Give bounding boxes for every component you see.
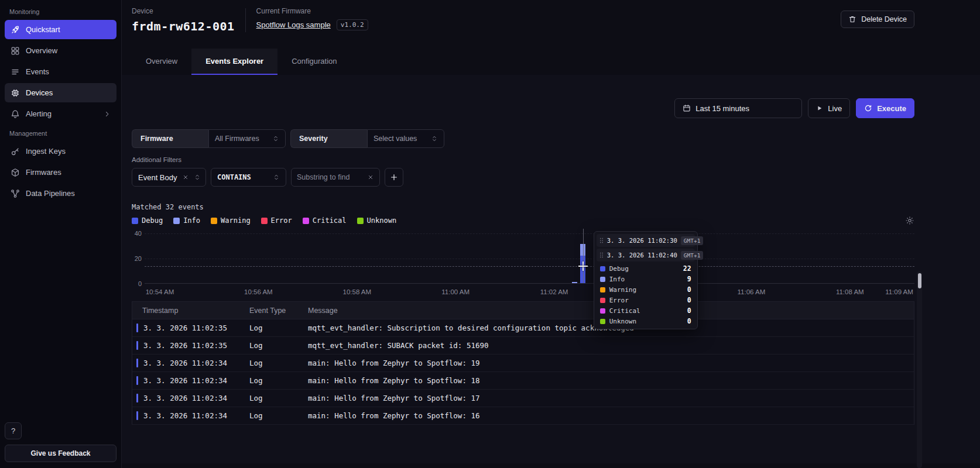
sidebar-item-label: Events <box>26 67 49 76</box>
gridline <box>145 233 914 234</box>
event-type: Log <box>249 394 308 402</box>
sidebar-item-quickstart[interactable]: Quickstart <box>5 20 116 39</box>
add-filter-button[interactable] <box>385 168 403 187</box>
help-button[interactable]: ? <box>5 422 22 439</box>
severity-count: 9 <box>687 275 691 283</box>
sidebar-item-label: Firmwares <box>26 168 61 177</box>
firmware-filter-select[interactable]: All Firmwares <box>208 129 286 148</box>
drag-dots-icon <box>599 237 604 244</box>
sidebar-item-devices[interactable]: Devices <box>5 83 116 102</box>
live-button[interactable]: Live <box>808 98 850 118</box>
sidebar-item-firmwares[interactable]: Firmwares <box>5 163 116 182</box>
matched-events-label: Matched 32 events <box>132 203 914 211</box>
tab-overview[interactable]: Overview <box>132 49 191 75</box>
chart-section: Matched 32 events DebugInfoWarningErrorC… <box>132 203 914 284</box>
time-range-button[interactable]: Last 15 minutes <box>674 98 802 118</box>
legend-item-warning[interactable]: Warning <box>211 216 251 225</box>
device-name: frdm-rw612-001 <box>132 19 235 33</box>
sidebar-item-overview[interactable]: Overview <box>5 41 116 60</box>
execute-button[interactable]: Execute <box>856 98 914 118</box>
grid-icon <box>11 46 20 56</box>
severity-filter-select[interactable]: Select values <box>367 129 444 148</box>
severity-count: 22 <box>683 264 691 273</box>
severity-name: Warning <box>609 286 636 294</box>
severity-filter-label: Severity <box>290 129 367 148</box>
event-row[interactable]: 3. 3. 2026 11:02:34Logmain: Hello from Z… <box>132 355 914 372</box>
sidebar-item-label: Overview <box>26 46 57 55</box>
legend-item-debug[interactable]: Debug <box>132 216 163 225</box>
sidebar-item-alerting[interactable]: Alerting <box>5 104 116 123</box>
event-row[interactable]: 3. 3. 2026 11:02:35Logmqtt_evt_handler: … <box>132 319 914 337</box>
sidebar-item-data-pipelines[interactable]: Data Pipelines <box>5 184 116 203</box>
x-axis-tick: 11:02 AM <box>540 288 568 295</box>
key-icon <box>11 147 20 156</box>
legend-item-unknown[interactable]: Unknown <box>357 216 397 225</box>
time-range-label: Last 15 minutes <box>695 104 749 113</box>
sidebar-section-label: Monitoring <box>5 4 116 20</box>
legend-item-info[interactable]: Info <box>173 216 200 225</box>
chevron-right-icon <box>104 111 111 118</box>
firmware-link[interactable]: Spotflow Logs sample <box>256 20 331 29</box>
events-histogram: 40200 3. 3. 2026 11:02:30GMT+13. 3. 2026… <box>132 233 914 284</box>
feedback-button[interactable]: Give us Feedback <box>5 445 116 462</box>
event-timestamp: 3. 3. 2026 11:02:35 <box>132 341 249 350</box>
chart-plot-area[interactable]: 3. 3. 2026 11:02:30GMT+13. 3. 2026 11:02… <box>145 233 914 284</box>
event-row[interactable]: 3. 3. 2026 11:02:34Logmain: Hello from Z… <box>132 407 914 425</box>
y-axis-tick: 20 <box>135 255 142 262</box>
severity-count: 0 <box>687 317 691 325</box>
filter-operator-select[interactable]: CONTAINS <box>211 168 286 187</box>
chart-tooltip: 3. 3. 2026 11:02:30GMT+13. 3. 2026 11:02… <box>594 231 698 329</box>
tooltip-severity-error: Error0 <box>597 295 695 305</box>
legend-item-error[interactable]: Error <box>261 216 292 225</box>
severity-swatch <box>600 287 605 292</box>
gear-icon <box>905 216 914 225</box>
substring-input[interactable] <box>297 173 364 181</box>
substring-filter <box>291 168 380 187</box>
column-header-event-type: Event Type <box>249 307 308 315</box>
tooltip-datetime: 3. 3. 2026 11:02:30 <box>607 237 677 244</box>
y-axis: 40200 <box>132 233 145 284</box>
delete-device-button[interactable]: Delete Device <box>841 11 914 28</box>
filter-field-select[interactable]: Event Body <box>132 168 206 187</box>
severity-count: 0 <box>687 307 691 315</box>
severity-name: Error <box>609 297 629 304</box>
histogram-bar-info[interactable] <box>572 282 577 283</box>
legend-swatch <box>261 218 268 224</box>
additional-filters-label: Additional Filters <box>132 156 914 163</box>
tooltip-time-from: 3. 3. 2026 11:02:30GMT+1 <box>597 234 695 247</box>
device-label: Device <box>132 7 235 15</box>
tooltip-severity-info: Info9 <box>597 274 695 284</box>
legend-item-critical[interactable]: Critical <box>303 216 347 225</box>
primary-filters: Firmware All Firmwares Severity Select v… <box>132 129 914 148</box>
event-row[interactable]: 3. 3. 2026 11:02:34Logmain: Hello from Z… <box>132 372 914 390</box>
event-timestamp: 3. 3. 2026 11:02:34 <box>132 394 249 402</box>
cube-icon <box>11 168 20 177</box>
severity-accent-bar <box>136 341 138 350</box>
calendar-icon <box>683 104 691 112</box>
severity-accent-bar <box>136 376 138 385</box>
event-row[interactable]: 3. 3. 2026 11:02:34Logmain: Hello from Z… <box>132 390 914 407</box>
filter-field-value: Event Body <box>138 173 177 182</box>
delete-device-label: Delete Device <box>861 15 907 23</box>
firmware-block: Current Firmware Spotflow Logs sample v1… <box>256 7 368 33</box>
event-row[interactable]: 3. 3. 2026 11:02:35Logmqtt_evt_handler: … <box>132 337 914 355</box>
crosshair-horizontal <box>145 266 914 267</box>
table-scrollbar[interactable] <box>917 271 922 468</box>
tooltip-severity-counts: Debug22Info9Warning0Error0Critical0Unkno… <box>597 263 695 326</box>
sidebar-item-ingest-keys[interactable]: Ingest Keys <box>5 142 116 161</box>
tab-bar: OverviewEvents ExplorerConfiguration <box>132 49 914 75</box>
scrollbar-thumb[interactable] <box>918 273 921 288</box>
pipeline-icon <box>11 189 20 198</box>
sidebar-nav: MonitoringQuickstartOverviewEventsDevice… <box>5 4 116 203</box>
timezone-badge: GMT+1 <box>681 236 704 245</box>
sidebar-item-events[interactable]: Events <box>5 62 116 81</box>
chart-settings-button[interactable] <box>905 216 914 225</box>
clear-icon[interactable] <box>367 174 374 181</box>
sidebar-item-label: Devices <box>26 88 53 97</box>
event-type: Log <box>249 341 308 350</box>
tab-events-explorer[interactable]: Events Explorer <box>191 49 277 75</box>
legend-label: Debug <box>142 216 163 225</box>
tab-configuration[interactable]: Configuration <box>277 49 351 75</box>
clear-icon[interactable] <box>182 174 189 181</box>
chevron-updown-icon <box>431 135 438 142</box>
